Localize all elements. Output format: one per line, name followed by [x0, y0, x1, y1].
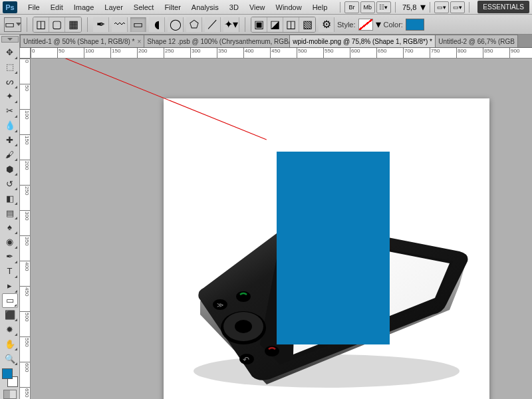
add-to-shape[interactable]: ▣	[251, 17, 267, 32]
crop-tool[interactable]: ✂	[2, 104, 18, 118]
style-swatch[interactable]	[358, 19, 373, 31]
svg-text:≫: ≫	[217, 301, 223, 309]
canvas-viewport[interactable]: ≫ ↶	[31, 59, 532, 399]
fill-pixels-mode[interactable]: ▦	[65, 17, 81, 32]
color-label: Color:	[384, 21, 403, 29]
history-brush-tool[interactable]: ↺	[2, 176, 18, 191]
workspace-switcher[interactable]: ESSENTIALS	[477, 1, 529, 13]
freeform-pen-icon[interactable]: 〰	[112, 17, 128, 32]
exclude-shape[interactable]: ▧	[299, 17, 315, 32]
app-logo: Ps	[3, 1, 17, 13]
dodge-tool[interactable]: ◉	[2, 235, 18, 249]
doc-tab-1-label: Untitled-1 @ 50% (Shape 1, RGB/8) *	[23, 38, 134, 45]
ellipse-shape-icon[interactable]: ◯	[168, 17, 184, 32]
menu-view[interactable]: View	[244, 3, 271, 11]
menu-bar: Ps File Edit Image Layer Select Filter A…	[0, 0, 532, 15]
shape-mode-group: ◫ ▢ ▦	[33, 17, 82, 33]
svg-text:↶: ↶	[243, 355, 249, 364]
line-shape-icon[interactable]: ／	[205, 17, 221, 32]
close-icon[interactable]: ×	[137, 38, 141, 45]
menu-help[interactable]: Help	[307, 3, 333, 11]
svg-point-3	[235, 320, 252, 333]
path-combine-group: ▣ ◪ ◫ ▧	[251, 17, 316, 33]
menu-window[interactable]: Window	[271, 3, 307, 11]
menu-file[interactable]: File	[23, 3, 45, 11]
minibridge-icon[interactable]: Mb	[360, 1, 375, 13]
subtract-from-shape[interactable]: ◪	[267, 17, 283, 32]
eyedropper-tool[interactable]: 💧	[2, 118, 18, 133]
menu-select[interactable]: Select	[128, 3, 160, 11]
type-tool[interactable]: T	[2, 264, 18, 279]
menu-3d[interactable]: 3D	[224, 3, 244, 11]
rectangle-shape-icon[interactable]: ▭	[130, 17, 146, 32]
toolbox-collapse[interactable]	[1, 36, 19, 43]
color-picker[interactable]	[2, 368, 18, 387]
tool-preset-picker[interactable]: ▭	[4, 17, 21, 32]
toolbox: ✥ ⬚ ᔕ ✦ ✂ 💧 ✚ 🖌 ⬢ ↺ ◧ ▤ ♠ ◉ ✒ T ▸ ▭ ⬛ ✹ …	[0, 35, 20, 399]
ruler-horizontal[interactable]: 0501001502002503003504004505005506006507…	[31, 48, 532, 59]
hand-tool[interactable]: ✋	[2, 336, 18, 351]
healing-tool[interactable]: ✚	[2, 133, 18, 148]
brush-tool[interactable]: 🖌	[2, 147, 18, 162]
custom-shape-icon[interactable]: ✦▾	[223, 17, 239, 32]
doc-tab-2[interactable]: Shape 12 .psb @ 100% (Chrysanthemum, RGB…	[144, 35, 290, 47]
ruler-origin[interactable]	[20, 48, 31, 59]
zoom-level[interactable]: 75,8	[400, 3, 419, 11]
doc-tab-3[interactable]: wpid-mobile.png @ 75,8% (Shape 1, RGB/8*…	[289, 35, 436, 47]
intersect-shape[interactable]: ◫	[283, 17, 299, 32]
pen-shape-icon[interactable]: ✒	[93, 17, 109, 32]
style-label: Style:	[337, 21, 356, 29]
ruler-vertical[interactable]: 0501001502002503003504004505005506006507…	[20, 59, 31, 399]
shape-layer-rect[interactable]	[277, 152, 390, 344]
quick-mask-toggle[interactable]	[3, 390, 17, 399]
doc-tab-2-label: Shape 12 .psb @ 100% (Chrysanthemum, RGB…	[147, 38, 290, 45]
menu-analysis[interactable]: Analysis	[186, 3, 224, 11]
canvas[interactable]: ≫ ↶	[164, 98, 489, 399]
doc-tab-4[interactable]: Untitled-2 @ 66,7% (RGB	[435, 35, 518, 47]
shape-layers-mode[interactable]: ◫	[33, 17, 49, 32]
eraser-tool[interactable]: ◧	[2, 191, 18, 205]
3d-camera-tool[interactable]: ✹	[2, 322, 18, 336]
path-select-tool[interactable]: ▸	[2, 279, 18, 293]
doc-tab-3-label: wpid-mobile.png @ 75,8% (Shape 1, RGB/8*…	[293, 38, 432, 45]
lasso-tool[interactable]: ᔕ	[2, 74, 18, 89]
bridge-icon[interactable]: Br	[344, 1, 359, 13]
color-swatch[interactable]	[406, 19, 424, 31]
rounded-rect-shape-icon[interactable]: ◖	[149, 17, 165, 32]
gradient-tool[interactable]: ▤	[2, 205, 18, 220]
document-tabstrip: Untitled-1 @ 50% (Shape 1, RGB/8) *× Sha…	[20, 35, 532, 48]
document-area: Untitled-1 @ 50% (Shape 1, RGB/8) *× Sha…	[20, 35, 532, 399]
fg-color-swatch[interactable]	[2, 368, 13, 379]
quick-select-tool[interactable]: ✦	[2, 89, 18, 104]
move-tool[interactable]: ✥	[2, 45, 18, 60]
3d-tool[interactable]: ⬛	[2, 308, 18, 323]
marquee-tool[interactable]: ⬚	[2, 60, 18, 74]
workspace: ✥ ⬚ ᔕ ✦ ✂ 💧 ✚ 🖌 ⬢ ↺ ◧ ▤ ♠ ◉ ✒ T ▸ ▭ ⬛ ✹ …	[0, 35, 532, 399]
geometry-options[interactable]: ⚙	[319, 17, 334, 32]
arrange-icon[interactable]: ▭▾	[434, 1, 449, 13]
options-bar: ▭ ◫ ▢ ▦ ✒ 〰 ▭ ◖ ◯ ⬠ ／ ✦▾ ▣ ◪ ◫ ▧ ⚙ Style…	[0, 15, 532, 35]
extras-icon[interactable]: ☷▾	[376, 1, 391, 13]
zoom-tool[interactable]: 🔍	[2, 351, 18, 366]
shape-tool[interactable]: ▭	[2, 293, 18, 308]
blur-tool[interactable]: ♠	[2, 220, 18, 235]
polygon-shape-icon[interactable]: ⬠	[186, 17, 202, 32]
menu-layer[interactable]: Layer	[99, 3, 128, 11]
pen-tool[interactable]: ✒	[2, 249, 18, 264]
doc-tab-1[interactable]: Untitled-1 @ 50% (Shape 1, RGB/8) *×	[20, 35, 144, 47]
menu-edit[interactable]: Edit	[45, 3, 68, 11]
stamp-tool[interactable]: ⬢	[2, 162, 18, 176]
menu-filter[interactable]: Filter	[159, 3, 186, 11]
screenmode-icon[interactable]: ▭▾	[450, 1, 465, 13]
paths-mode[interactable]: ▢	[49, 17, 65, 32]
doc-tab-4-label: Untitled-2 @ 66,7% (RGB	[438, 38, 515, 45]
menu-image[interactable]: Image	[68, 3, 100, 11]
